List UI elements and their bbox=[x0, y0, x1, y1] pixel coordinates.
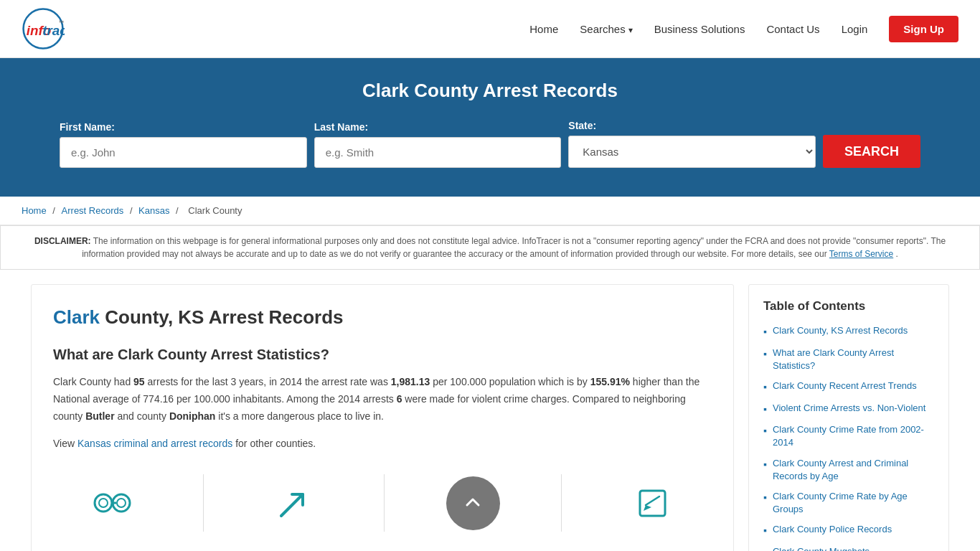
page-title: Clark County Arrest Records bbox=[22, 80, 958, 102]
toc-link[interactable]: Clark County Crime Rate from 2002-2014 bbox=[773, 423, 934, 449]
toc-link[interactable]: Clark County Crime Rate by Age Groups bbox=[773, 490, 934, 516]
icon-divider-2 bbox=[384, 474, 385, 532]
search-form: First Name: Last Name: State: Kansas Ala… bbox=[60, 120, 920, 168]
last-name-label: Last Name: bbox=[314, 121, 562, 133]
toc-link[interactable]: Clark County Recent Arrest Trends bbox=[773, 380, 917, 392]
search-button[interactable]: SEARCH bbox=[823, 135, 920, 168]
toc-link[interactable]: Clark County Police Records bbox=[773, 523, 892, 536]
toc-link[interactable]: Clark County, KS Arrest Records bbox=[773, 324, 908, 337]
svg-line-11 bbox=[646, 496, 659, 505]
first-name-label: First Name: bbox=[60, 121, 307, 133]
breadcrumb-home[interactable]: Home bbox=[22, 205, 47, 216]
toc-heading: Table of Contents bbox=[763, 299, 934, 314]
icon-divider-1 bbox=[203, 474, 204, 532]
disclaimer-label: DISCLAIMER: bbox=[34, 236, 91, 246]
svg-rect-10 bbox=[640, 491, 665, 516]
breadcrumb-kansas[interactable]: Kansas bbox=[138, 205, 169, 216]
toc-bullet: ▪ bbox=[763, 524, 767, 538]
searches-chevron-icon bbox=[628, 23, 633, 35]
toc-item: ▪Clark County Recent Arrest Trends bbox=[763, 380, 934, 395]
main-content: Clark County, KS Arrest Records What are… bbox=[9, 270, 971, 551]
toc-bullet: ▪ bbox=[763, 347, 767, 362]
svg-text:™: ™ bbox=[58, 19, 64, 26]
section1-paragraph2: View Kansas criminal and arrest records … bbox=[53, 435, 712, 453]
toc-bullet: ▪ bbox=[763, 546, 767, 551]
toc-bullet: ▪ bbox=[763, 380, 767, 395]
icons-strip bbox=[53, 467, 712, 532]
breadcrumb: Home / Arrest Records / Kansas / Clark C… bbox=[0, 197, 980, 225]
article-heading-rest: County, KS Arrest Records bbox=[100, 306, 344, 328]
toc-bullet: ▪ bbox=[763, 458, 767, 472]
svg-point-8 bbox=[117, 499, 126, 507]
logo-icon: info tracer ™ bbox=[22, 7, 65, 50]
toc-link[interactable]: Clark County Mugshots bbox=[773, 545, 870, 551]
nav-business-solutions[interactable]: Business Solutions bbox=[654, 23, 745, 35]
main-nav: Home Searches Business Solutions Contact… bbox=[529, 16, 958, 42]
disclaimer-text: The information on this webpage is for g… bbox=[82, 236, 946, 259]
breadcrumb-arrest-records[interactable]: Arrest Records bbox=[62, 205, 124, 216]
article-heading: Clark County, KS Arrest Records bbox=[53, 306, 712, 329]
svg-point-4 bbox=[95, 494, 112, 512]
disclaimer-banner: DISCLAIMER: The information on this webp… bbox=[0, 225, 980, 270]
toc-bullet: ▪ bbox=[763, 402, 767, 417]
svg-point-7 bbox=[99, 499, 108, 507]
icon-scroll-top[interactable] bbox=[446, 476, 500, 530]
toc-link[interactable]: Violent Crime Arrests vs. Non-Violent bbox=[773, 402, 925, 415]
terms-of-service-link[interactable]: Terms of Service bbox=[829, 249, 893, 259]
toc-link[interactable]: What are Clark County Arrest Statistics? bbox=[773, 347, 934, 372]
kansas-records-link[interactable]: Kansas criminal and arrest records bbox=[77, 438, 232, 449]
article: Clark County, KS Arrest Records What are… bbox=[31, 284, 734, 551]
icon-arrow-up bbox=[265, 474, 322, 532]
toc-item: ▪What are Clark County Arrest Statistics… bbox=[763, 347, 934, 372]
logo: info tracer ™ bbox=[22, 7, 66, 50]
toc-link[interactable]: Clark County Arrest and Criminal Records… bbox=[773, 457, 934, 483]
toc-item: ▪Violent Crime Arrests vs. Non-Violent bbox=[763, 402, 934, 417]
icon-handcuffs bbox=[84, 474, 141, 532]
breadcrumb-clark-county: Clark County bbox=[188, 205, 242, 216]
toc-item: ▪Clark County Police Records bbox=[763, 523, 934, 538]
state-field: State: Kansas Alabama Alaska Arizona Ark… bbox=[568, 120, 816, 168]
icon-pencil bbox=[623, 474, 681, 532]
toc-bullet: ▪ bbox=[763, 325, 767, 339]
first-name-input[interactable] bbox=[60, 137, 307, 168]
nav-home[interactable]: Home bbox=[529, 23, 558, 35]
login-button[interactable]: Login bbox=[842, 23, 868, 35]
toc-list: ▪Clark County, KS Arrest Records▪What ar… bbox=[763, 324, 934, 551]
sidebar: Table of Contents ▪Clark County, KS Arre… bbox=[748, 284, 949, 551]
toc-item: ▪Clark County Crime Rate by Age Groups bbox=[763, 490, 934, 516]
last-name-input[interactable] bbox=[314, 137, 562, 168]
toc-bullet: ▪ bbox=[763, 424, 767, 438]
nav-searches[interactable]: Searches bbox=[580, 23, 632, 35]
signup-button[interactable]: Sign Up bbox=[889, 16, 958, 42]
section1-paragraph1: Clark County had 95 arrests for the last… bbox=[53, 374, 712, 425]
toc-item: ▪Clark County Arrest and Criminal Record… bbox=[763, 457, 934, 483]
table-of-contents: Table of Contents ▪Clark County, KS Arre… bbox=[748, 284, 949, 551]
toc-item: ▪Clark County, KS Arrest Records bbox=[763, 324, 934, 339]
nav-contact-us[interactable]: Contact Us bbox=[766, 23, 819, 35]
toc-item: ▪Clark County Crime Rate from 2002-2014 bbox=[763, 423, 934, 449]
toc-item: ▪Clark County Mugshots bbox=[763, 545, 934, 551]
state-label: State: bbox=[568, 120, 816, 131]
header: info tracer ™ Home Searches Business Sol… bbox=[0, 0, 980, 58]
article-heading-highlight: Clark bbox=[53, 306, 100, 328]
first-name-field: First Name: bbox=[60, 121, 307, 168]
state-select[interactable]: Kansas Alabama Alaska Arizona Arkansas C… bbox=[568, 136, 816, 168]
section1-heading: What are Clark County Arrest Statistics? bbox=[53, 347, 712, 363]
icon-divider-3 bbox=[561, 474, 562, 532]
last-name-field: Last Name: bbox=[314, 121, 562, 168]
toc-bullet: ▪ bbox=[763, 491, 767, 505]
hero-section: Clark County Arrest Records First Name: … bbox=[0, 58, 980, 197]
svg-line-9 bbox=[281, 494, 303, 516]
